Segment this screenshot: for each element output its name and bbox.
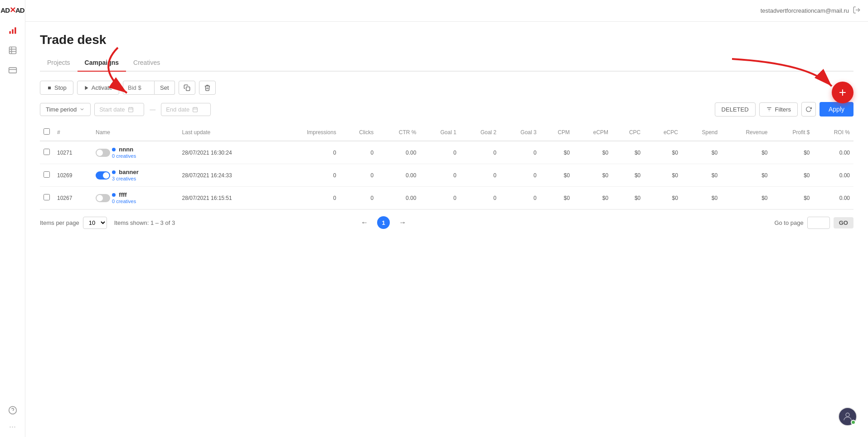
refresh-button[interactable] xyxy=(801,102,816,117)
row-ecpc: $0 xyxy=(644,187,682,209)
bid-input[interactable] xyxy=(123,81,155,95)
stop-button[interactable]: Stop xyxy=(40,81,73,95)
sidebar-dots[interactable]: ··· xyxy=(9,422,16,432)
row-campaign-name[interactable]: banner xyxy=(119,169,138,175)
svg-rect-3 xyxy=(9,47,16,54)
current-page[interactable]: 1 xyxy=(377,216,390,229)
time-period-select[interactable]: Time period xyxy=(40,103,91,116)
tab-campaigns[interactable]: Campaigns xyxy=(78,54,126,72)
tab-projects[interactable]: Projects xyxy=(40,54,78,72)
row-goal2: 0 xyxy=(460,141,500,164)
goto-button[interactable]: GO xyxy=(834,217,853,228)
sidebar-item-card[interactable] xyxy=(5,62,21,78)
row-checkbox-0[interactable] xyxy=(44,149,50,155)
row-campaign-name[interactable]: nnnn xyxy=(119,146,133,153)
goto-page: Go to page GO xyxy=(774,217,853,229)
add-campaign-button[interactable]: + xyxy=(832,82,853,103)
row-goal3: 0 xyxy=(500,164,540,187)
row-impressions: 0 xyxy=(277,187,340,209)
col-ecpc: eCPC xyxy=(644,124,682,141)
row-goal3: 0 xyxy=(500,187,540,209)
row-spend: $0 xyxy=(682,164,721,187)
page-title: Trade desk xyxy=(40,33,853,47)
tabs-bar: Projects Campaigns Creatives xyxy=(40,54,853,72)
row-checkbox-1[interactable] xyxy=(44,171,50,178)
row-toggle-0[interactable] xyxy=(96,149,110,157)
user-avatar[interactable] xyxy=(838,407,857,426)
row-toggle-2[interactable] xyxy=(96,194,110,202)
col-last-update: Last update xyxy=(179,124,277,141)
row-toggle-1[interactable] xyxy=(96,171,110,180)
copy-icon xyxy=(184,84,190,91)
set-button[interactable]: Set xyxy=(155,81,175,95)
svg-point-28 xyxy=(846,413,849,417)
campaigns-table: # Name Last update Impressions Clicks CT… xyxy=(40,124,853,209)
play-icon xyxy=(84,85,89,91)
svg-rect-14 xyxy=(186,87,189,91)
activate-button[interactable]: Activate xyxy=(77,81,119,95)
sidebar-item-table[interactable] xyxy=(5,42,21,58)
row-creatives-count[interactable]: 0 creatives xyxy=(112,199,136,204)
col-revenue: Revenue xyxy=(721,124,771,141)
filter-icon xyxy=(766,106,772,112)
row-checkbox-2[interactable] xyxy=(44,194,50,200)
col-ctr: CTR % xyxy=(377,124,420,141)
tab-creatives[interactable]: Creatives xyxy=(126,54,167,72)
goto-input[interactable] xyxy=(807,217,830,229)
row-cpm: $0 xyxy=(540,141,573,164)
date-separator: — xyxy=(150,106,155,113)
deleted-button[interactable]: DELETED xyxy=(715,102,756,117)
start-date-input[interactable]: Start date xyxy=(94,103,144,116)
row-roi: 0.00 xyxy=(813,141,853,164)
svg-rect-0 xyxy=(9,31,10,34)
row-name-cell: nnnn 0 creatives xyxy=(92,141,179,164)
row-spend: $0 xyxy=(682,141,721,164)
col-goal2: Goal 2 xyxy=(460,124,500,141)
svg-rect-2 xyxy=(15,27,16,34)
table-row: 10269 banner 3 creatives 28/07/2021 16:2… xyxy=(40,164,853,187)
select-all-checkbox[interactable] xyxy=(44,128,50,135)
row-impressions: 0 xyxy=(277,141,340,164)
col-roi: ROI % xyxy=(813,124,853,141)
delete-button[interactable] xyxy=(199,81,216,95)
next-page-button[interactable]: → xyxy=(395,217,410,228)
sidebar-logo: AD✕AD xyxy=(0,5,24,15)
row-revenue: $0 xyxy=(721,164,771,187)
page-body: Trade desk Projects Campaigns Creatives … xyxy=(25,22,868,437)
row-clicks: 0 xyxy=(340,141,378,164)
row-impressions: 0 xyxy=(277,164,340,187)
row-cpm: $0 xyxy=(540,187,573,209)
row-ctr: 0.00 xyxy=(377,187,420,209)
copy-button[interactable] xyxy=(179,81,195,95)
row-ctr: 0.00 xyxy=(377,164,420,187)
row-goal1: 0 xyxy=(420,187,460,209)
col-ecpm: eCPM xyxy=(573,124,612,141)
row-cpc: $0 xyxy=(612,187,644,209)
row-ecpc: $0 xyxy=(644,141,682,164)
prev-page-button[interactable]: ← xyxy=(357,217,372,228)
logout-icon[interactable] xyxy=(853,6,861,15)
row-ecpm: $0 xyxy=(573,164,612,187)
end-date-input[interactable]: End date xyxy=(161,103,211,116)
filters-button[interactable]: Filters xyxy=(759,102,798,117)
row-roi: 0.00 xyxy=(813,187,853,209)
apply-button[interactable]: Apply xyxy=(820,102,853,117)
row-creatives-count[interactable]: 3 creatives xyxy=(112,176,136,181)
col-spend: Spend xyxy=(682,124,721,141)
row-campaign-name[interactable]: ffff xyxy=(119,191,126,198)
svg-rect-1 xyxy=(12,29,13,34)
row-ecpm: $0 xyxy=(573,141,612,164)
sidebar-item-analytics[interactable] xyxy=(5,22,21,39)
row-ctr: 0.00 xyxy=(377,141,420,164)
row-goal1: 0 xyxy=(420,164,460,187)
col-cpm: CPM xyxy=(540,124,573,141)
trash-icon xyxy=(204,84,211,91)
per-page-select[interactable]: 10 25 50 xyxy=(83,217,107,229)
row-creatives-count[interactable]: 0 creatives xyxy=(112,153,136,159)
row-profit: $0 xyxy=(771,187,813,209)
row-clicks: 0 xyxy=(340,164,378,187)
col-id: # xyxy=(53,124,92,141)
topbar: testadvertforcreationcam@mail.ru xyxy=(25,0,868,22)
sidebar-item-help[interactable] xyxy=(5,402,21,418)
calendar-end-icon xyxy=(192,107,198,112)
